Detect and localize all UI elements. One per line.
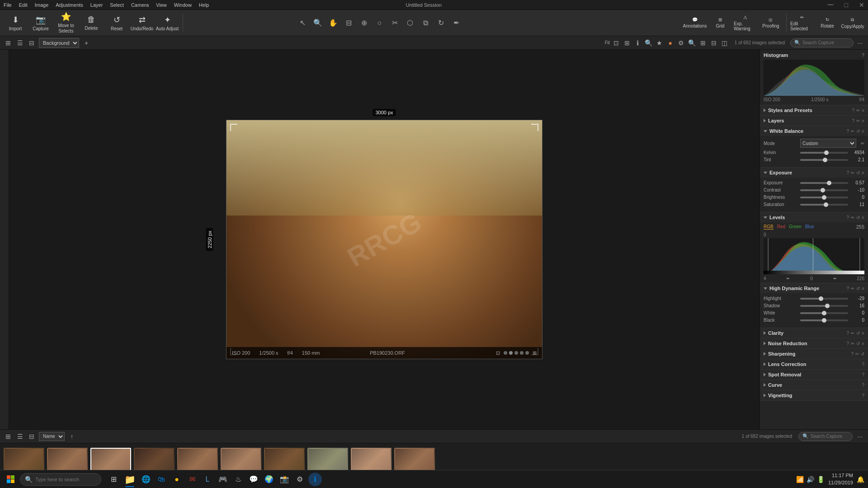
wb-mode-select[interactable]: Custom [800, 139, 856, 148]
levels-header[interactable]: Levels ? ✏ ↺ ≡ [760, 212, 868, 222]
color-filter-btn[interactable]: ● [666, 38, 675, 47]
white-balance-header[interactable]: White Balance ? ✏ ↺ ≡ [760, 126, 868, 136]
nr-reset-icon[interactable]: ↺ [856, 341, 860, 346]
wb-mode-edit-icon[interactable]: ✏ [861, 141, 864, 146]
wb-kelvin-thumb[interactable] [824, 150, 829, 155]
clarity-reset-icon[interactable]: ↺ [856, 331, 860, 336]
exp-warning-button[interactable]: ⚠ Exp. Warning [734, 12, 757, 34]
filmstrip-list-btn[interactable]: ☰ [15, 432, 24, 441]
menu-camera[interactable]: Camera [131, 2, 149, 8]
clarity-menu-icon[interactable]: ≡ [862, 331, 864, 336]
taskbar-store-icon[interactable]: 🛍 [155, 473, 168, 486]
menu-edit[interactable]: Edit [19, 2, 28, 8]
nr-menu-icon[interactable]: ≡ [862, 341, 864, 346]
levels-blue-tab[interactable]: Blue [805, 224, 814, 230]
levels-eyedropper-black[interactable]: ✒ [786, 276, 790, 281]
cursor-crosshair-tool[interactable]: ⊕ [357, 16, 371, 30]
taskbar-notification-icon[interactable]: 🔔 [857, 476, 864, 483]
taskbar-volume-icon[interactable]: 🔊 [807, 476, 814, 483]
levels-eyedropper-white[interactable]: ✒ [833, 276, 837, 281]
white-slider[interactable] [800, 312, 848, 314]
sharp-reset-icon[interactable]: ↺ [861, 352, 864, 357]
menu-adjustments[interactable]: Adjustments [56, 2, 83, 8]
nr-help-icon[interactable]: ? [847, 341, 849, 346]
levels-rgb-tab[interactable]: RGB [764, 224, 774, 230]
levels-red-tab[interactable]: Red [777, 224, 785, 230]
wb-kelvin-slider[interactable] [800, 152, 848, 154]
layout-btn[interactable]: ⊞ [698, 38, 708, 47]
cursor-brush-tool[interactable]: ○ [373, 16, 386, 30]
levels-input-black[interactable]: 4 [764, 276, 766, 281]
move-to-selects-button[interactable]: ⭐ Move to Selects [54, 12, 78, 34]
annotations-button[interactable]: 💬 Annotations [683, 12, 707, 34]
histogram-help-icon[interactable]: ? [862, 52, 864, 58]
exp-help-icon[interactable]: ? [847, 170, 849, 175]
taskbar-steam-icon[interactable]: ♨ [231, 473, 245, 486]
taskbar-datetime[interactable]: 11:17 PM 11/29/2019 [828, 472, 853, 486]
spot-removal-header[interactable]: Spot Removal ? [760, 370, 868, 380]
taskbar-battery-icon[interactable]: 🔋 [817, 476, 825, 483]
levels-menu-icon[interactable]: ≡ [862, 215, 864, 220]
highlight-thumb[interactable] [819, 296, 823, 301]
saturation-slider[interactable] [800, 204, 848, 206]
taskbar-network-icon[interactable]: 📶 [796, 476, 804, 483]
zoom-btn[interactable]: ⊞ [623, 38, 632, 47]
cursor-picker-tool[interactable]: ✒ [449, 16, 463, 30]
search-btn[interactable]: 🔍 [644, 38, 653, 47]
levels-reset-icon[interactable]: ↺ [856, 215, 860, 220]
exp-menu-icon[interactable]: ≡ [862, 170, 864, 175]
undo-redo-button[interactable]: ⇄ Undo/Redo [130, 12, 154, 34]
copy-apply-button[interactable]: ⧉ Copy/Apply [841, 12, 864, 34]
wb-edit-icon[interactable]: ✏ [851, 129, 854, 134]
hdr-help-icon[interactable]: ? [847, 286, 849, 291]
clarity-edit-icon[interactable]: ✏ [851, 331, 854, 336]
menu-layer[interactable]: Layer [90, 2, 103, 8]
filmstrip-more-btn[interactable]: ··· [855, 432, 864, 441]
filmstrip-sort-select[interactable]: Name [39, 432, 65, 441]
taskbar-search-input[interactable] [35, 477, 98, 482]
rotate-button[interactable]: ↻ Rotate [816, 12, 839, 34]
layers-help-icon[interactable]: ? [852, 118, 855, 123]
maximize-btn[interactable]: □ [844, 1, 848, 9]
search-input[interactable] [802, 40, 860, 45]
exp-edit-icon[interactable]: ✏ [851, 170, 854, 175]
levels-edit-icon[interactable]: ✏ [851, 215, 854, 220]
taskbar-lightroom-icon[interactable]: L [201, 473, 214, 486]
levels-help-icon[interactable]: ? [847, 215, 849, 220]
taskbar-info-icon[interactable]: ℹ [308, 473, 322, 486]
taskbar-camera-icon[interactable]: 📸 [278, 473, 291, 486]
cursor-select-tool[interactable]: ↖ [296, 16, 309, 30]
sharp-help-icon[interactable]: ? [851, 352, 854, 357]
exposure-slider[interactable] [800, 182, 848, 184]
canvas-area[interactable]: 3000 px 2250 px RRCG [9, 50, 760, 429]
hdr-menu-icon[interactable]: ≡ [862, 286, 864, 291]
wb-tint-thumb[interactable] [823, 158, 827, 162]
proofing-button[interactable]: ◎ Proofing [759, 12, 783, 34]
info-btn[interactable]: ℹ [633, 38, 642, 47]
black-thumb[interactable] [822, 318, 826, 323]
import-button[interactable]: ⬇ Import [4, 12, 27, 34]
taskbar-explorer-icon[interactable]: 📁 [122, 472, 137, 487]
taskbar-settings-icon[interactable]: ⚙ [293, 473, 307, 486]
styles-edit-icon[interactable]: ✏ [856, 108, 860, 113]
delete-button[interactable]: 🗑 Delete [80, 12, 103, 34]
taskbar-browser2-icon[interactable]: 🌍 [262, 473, 276, 486]
brightness-thumb[interactable] [822, 195, 826, 200]
more-options-btn[interactable]: ··· [855, 38, 864, 47]
close-btn[interactable]: ✕ [859, 1, 864, 9]
hdr-reset-icon[interactable]: ↺ [856, 286, 860, 291]
more-btn[interactable]: ⊟ [709, 38, 718, 47]
minimize-btn[interactable]: ─ [828, 0, 834, 9]
canvas-expand-icon[interactable]: ⊞ [533, 350, 537, 356]
menu-view[interactable]: View [156, 2, 167, 8]
brightness-slider[interactable] [800, 197, 848, 198]
white-thumb[interactable] [822, 311, 826, 315]
reset-button[interactable]: ↺ Reset [105, 12, 128, 34]
sharp-edit-icon[interactable]: ✏ [855, 352, 859, 357]
canvas-image[interactable]: RRCG ISO 200 1/2500 s f/4 150 mm PB19023… [226, 120, 542, 359]
styles-presets-header[interactable]: Styles and Presets ? ✏ ≡ [760, 105, 868, 115]
menu-window[interactable]: Window [174, 2, 192, 8]
menu-image[interactable]: Image [35, 2, 49, 8]
grid-view-btn[interactable]: ⊞ [4, 38, 13, 47]
fit-btn[interactable]: ⊡ [612, 38, 621, 47]
